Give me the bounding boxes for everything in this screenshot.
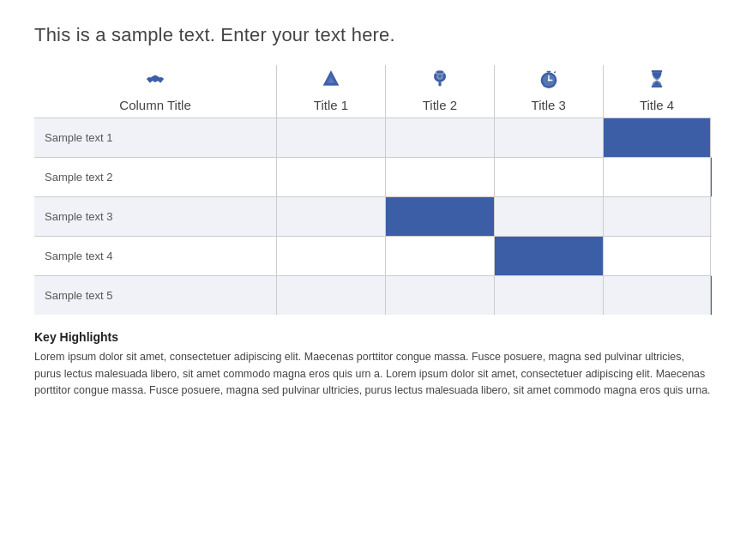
handshake-icon [34,65,276,91]
cell-r2-c4 [710,196,712,236]
stopwatch-icon [495,65,603,91]
col-title-1: Title 1 [277,94,385,112]
col-header-4: Title 4 [603,65,710,117]
cell-r1-c2 [494,157,603,196]
highlights-title: Key Highlights [34,330,712,344]
row-label: Sample text 4 [34,236,277,275]
highlights-text: Lorem ipsum dolor sit amet, consectetuer… [34,349,712,399]
cell-r3-c0 [277,236,386,275]
cell-r1-c1 [385,157,494,196]
cell-r0-c2 [494,117,603,157]
cell-r4-c2 [494,275,603,315]
col-header-3: Title 3 [494,65,603,117]
table-row: Sample text 5 [34,275,712,315]
cell-r0-c1 [385,117,494,157]
cell-r3-c4 [710,236,712,275]
svg-point-10 [548,79,550,81]
cell-r4-c3 [603,275,710,315]
cell-r2-c2 [494,196,603,236]
row-label: Sample text 1 [34,117,277,157]
table-section: Column Title Title 1 [34,65,712,315]
cell-r2-c3 [603,196,710,236]
cell-r0-c3 [603,117,710,157]
cell-r0-c4 [710,117,712,157]
row-label: Sample text 5 [34,275,277,315]
svg-line-12 [554,71,556,73]
cell-r3-c2 [494,236,603,275]
row-label: Sample text 3 [34,196,277,236]
cell-r0-c0 [277,117,386,157]
col-header-1: Title 1 [277,65,386,117]
cell-r4-c1 [385,275,494,315]
cell-r3-c3 [603,236,710,275]
hourglass-icon [604,65,711,91]
svg-rect-11 [546,70,550,72]
filled-cell [604,118,710,157]
col-title-2: Title 2 [386,94,494,112]
col-header-2: Title 2 [385,65,494,117]
svg-rect-14 [652,85,662,87]
table-row: Sample text 3 [34,196,712,236]
table-row: Sample text 1 [34,117,712,157]
cell-r4-c4 [710,275,712,315]
pyramid-icon [277,65,385,91]
col-title-3: Title 3 [495,94,603,112]
table-body: Sample text 1Sample text 2Sample text 3S… [34,117,712,315]
highlights-section: Key Highlights Lorem ipsum dolor sit ame… [34,330,712,399]
row-label: Sample text 2 [34,157,277,196]
filled-cell [495,237,603,275]
cell-r1-c4 [710,157,712,196]
filled-cell [711,276,712,316]
brain-gear-icon [386,65,494,91]
page: This is a sample text. Enter your text h… [0,0,746,560]
table-header-row: Column Title Title 1 [34,65,712,117]
cell-r2-c1 [385,196,494,236]
table-row: Sample text 2 [34,157,712,196]
filled-cell [386,197,494,236]
cell-r1-c3 [603,157,710,196]
col-title-4: Title 4 [604,94,711,112]
svg-point-5 [438,75,441,77]
filled-cell [711,158,712,196]
svg-rect-13 [652,70,662,72]
cell-r4-c0 [277,275,386,315]
cell-r2-c0 [277,196,386,236]
table-row: Sample text 4 [34,236,712,275]
main-title: This is a sample text. Enter your text h… [34,24,712,46]
col-title-0: Column Title [34,94,276,112]
main-table: Column Title Title 1 [34,65,712,315]
cell-r1-c0 [277,157,386,196]
cell-r3-c1 [385,236,494,275]
col-header-0: Column Title [34,65,277,117]
